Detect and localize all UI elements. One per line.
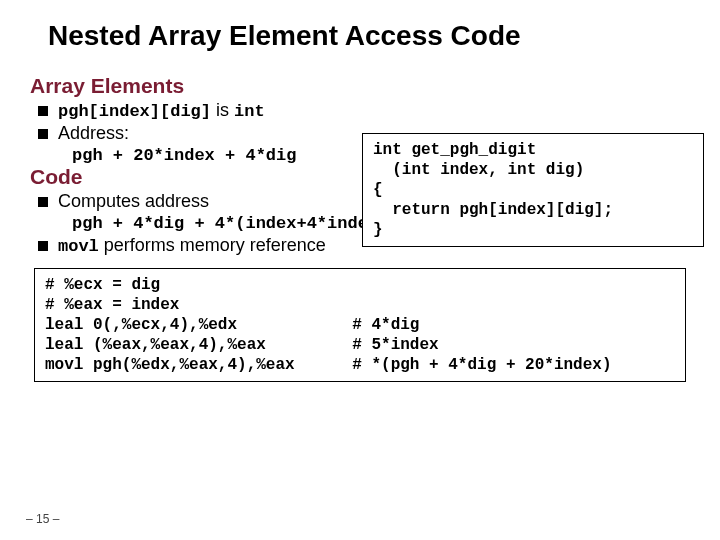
- code-movl: movl: [58, 237, 99, 256]
- bullet-element-type: pgh[index][dig] is int: [58, 100, 690, 121]
- codebox-assembly: # %ecx = dig # %eax = index leal 0(,%ecx…: [34, 268, 686, 382]
- slide-title: Nested Array Element Access Code: [30, 20, 690, 52]
- slide-number: – 15 –: [26, 512, 59, 526]
- bullet-computes-address: Computes address: [58, 191, 690, 212]
- text-is: is: [211, 100, 234, 120]
- code-pgh-index-dig: pgh[index][dig]: [58, 102, 211, 121]
- text-performs-memref: performs memory reference: [99, 235, 326, 255]
- bullet-movl: movl performs memory reference: [58, 235, 690, 256]
- section-array-elements: Array Elements: [30, 74, 690, 98]
- text-address: Address:: [58, 123, 129, 143]
- codebox-get-pgh-digit: int get_pgh_digit (int index, int dig) {…: [362, 133, 704, 247]
- code-int: int: [234, 102, 265, 121]
- text-computes-address: Computes address: [58, 191, 209, 211]
